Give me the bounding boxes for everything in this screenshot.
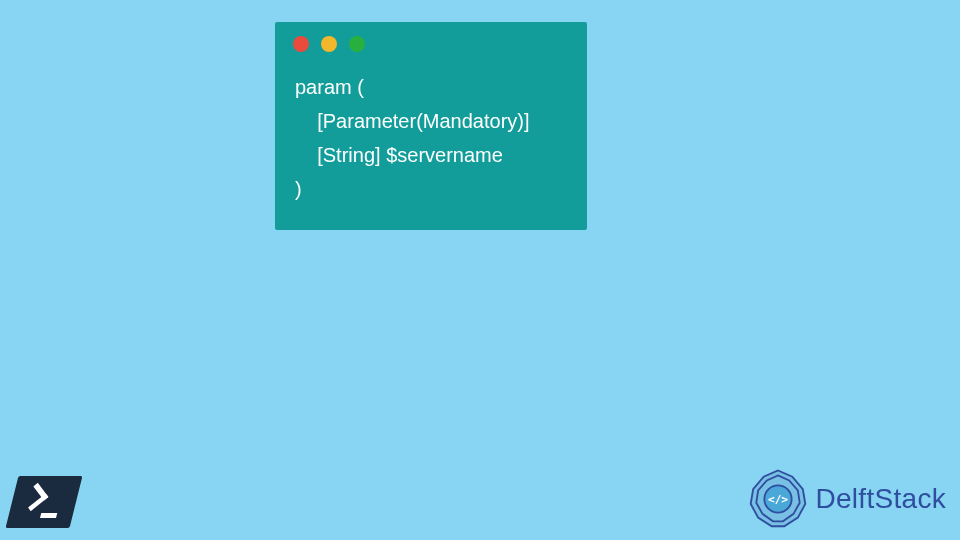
svg-text:</>: </> bbox=[768, 493, 788, 506]
window-titlebar bbox=[275, 22, 587, 58]
close-icon bbox=[293, 36, 309, 52]
code-body: param ( [Parameter(Mandatory)] [String] … bbox=[275, 58, 587, 212]
brand-name: DelftStack bbox=[815, 483, 946, 515]
code-line: param ( bbox=[295, 76, 364, 98]
code-window: param ( [Parameter(Mandatory)] [String] … bbox=[275, 22, 587, 230]
minimize-icon bbox=[321, 36, 337, 52]
brand: </> DelftStack bbox=[747, 468, 946, 530]
brand-logo-icon: </> bbox=[747, 468, 809, 530]
powershell-icon bbox=[8, 476, 72, 534]
maximize-icon bbox=[349, 36, 365, 52]
code-line: [Parameter(Mandatory)] bbox=[295, 110, 530, 132]
code-line: ) bbox=[295, 178, 302, 200]
code-line: [String] $servername bbox=[295, 144, 503, 166]
